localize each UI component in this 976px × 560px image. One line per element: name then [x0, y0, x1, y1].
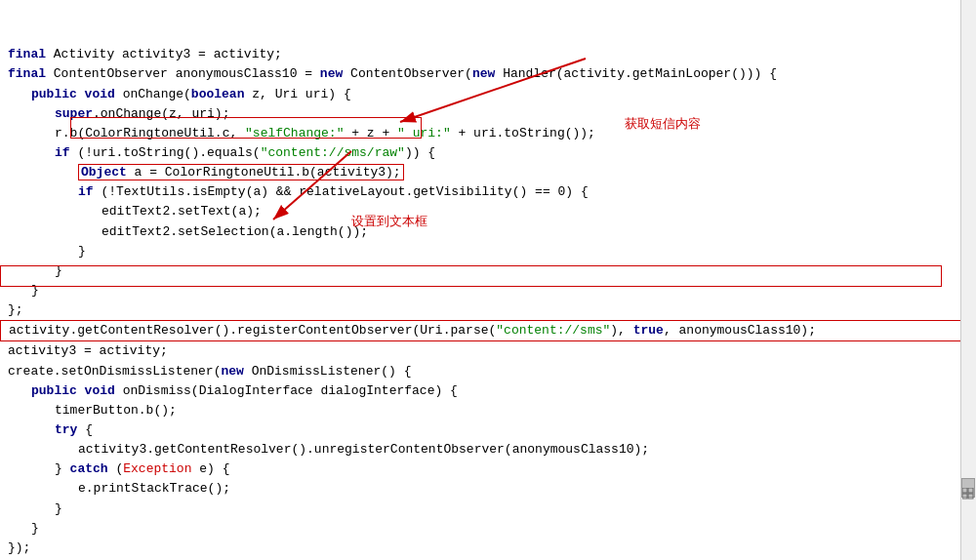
code-line-11: } [0, 242, 976, 261]
code-line-1: final Activity activity3 = activity; [0, 45, 976, 64]
code-line-4: super.onChange(z, uri); [0, 104, 976, 124]
code-line-12: } [0, 261, 976, 281]
scrollbar[interactable] [960, 0, 976, 560]
code-block: final Activity activity3 = activity;fina… [0, 0, 976, 560]
code-line-18: public void onDismiss(DialogInterface di… [0, 381, 976, 401]
code-line-8: if (!TextUtils.isEmpty(a) && relativeLay… [0, 182, 976, 202]
code-line-2: final ContentObserver anonymousClass10 =… [0, 64, 976, 84]
code-line-17: create.setOnDismissListener(new OnDismis… [0, 362, 976, 381]
svg-rect-6 [962, 494, 967, 499]
code-line-7: Object a = ColorRingtoneUtil.b(activity3… [0, 163, 976, 182]
code-line-5: r.b(ColorRingtoneUtil.c, "selfChange:" +… [0, 124, 976, 143]
svg-rect-4 [962, 488, 967, 493]
code-line-25: } [0, 519, 976, 539]
code-line-23: e.printStackTrace(); [0, 479, 976, 499]
code-line-9: editText2.setText(a); [0, 202, 976, 221]
svg-rect-5 [968, 488, 973, 493]
code-line-13: } [0, 281, 976, 300]
grid-icon [962, 488, 974, 500]
code-line-3: public void onChange(boolean z, Uri uri)… [0, 85, 976, 104]
code-line-20: try { [0, 420, 976, 440]
code-line-22: } catch (Exception e) { [0, 460, 976, 479]
code-line-15: activity.getContentResolver().registerCo… [0, 320, 976, 341]
code-line-19: timerButton.b(); [0, 401, 976, 420]
code-line-24: } [0, 500, 976, 519]
code-line-6: if (!uri.toString().equals("content://sm… [0, 143, 976, 163]
code-line-14: }; [0, 300, 976, 320]
code-line-21: activity3.getContentResolver().unregiste… [0, 440, 976, 460]
code-line-16: activity3 = activity; [0, 341, 976, 361]
code-line-10: editText2.setSelection(a.length()); [0, 222, 976, 242]
svg-rect-7 [968, 494, 973, 499]
code-line-27: }); [0, 539, 976, 558]
